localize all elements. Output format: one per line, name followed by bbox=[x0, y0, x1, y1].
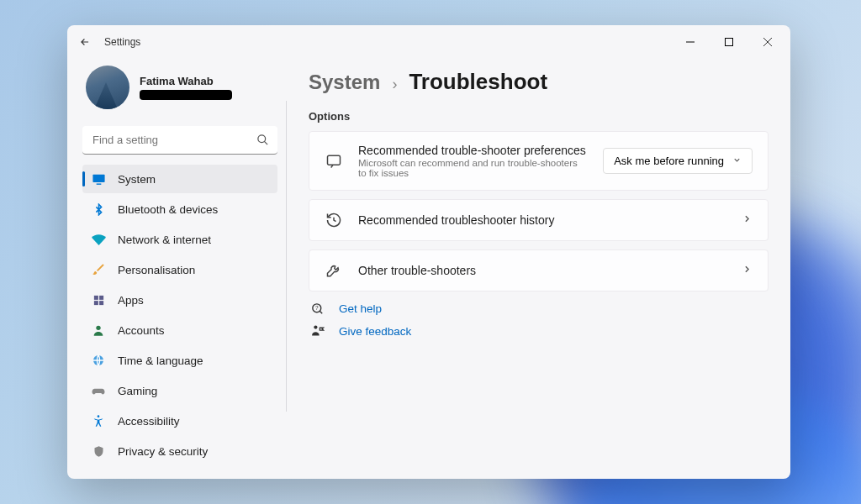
profile-block[interactable]: Fatima Wahab bbox=[82, 59, 277, 123]
svg-point-12 bbox=[96, 326, 100, 330]
nav-label: Accounts bbox=[118, 324, 165, 337]
close-button[interactable] bbox=[748, 29, 787, 55]
nav-item-privacy[interactable]: Privacy & security bbox=[82, 437, 277, 465]
shield-icon bbox=[91, 444, 106, 459]
svg-point-19 bbox=[314, 325, 317, 328]
window-title: Settings bbox=[104, 36, 140, 48]
svg-line-17 bbox=[320, 311, 322, 313]
nav-label: Gaming bbox=[118, 385, 157, 397]
apps-icon bbox=[91, 292, 106, 307]
chevron-right-icon: › bbox=[392, 76, 397, 93]
accessibility-icon bbox=[91, 413, 106, 428]
link-label: Get help bbox=[339, 302, 382, 315]
breadcrumb-parent[interactable]: System bbox=[309, 71, 380, 94]
nav-item-accessibility[interactable]: Accessibility bbox=[82, 407, 277, 435]
svg-rect-9 bbox=[99, 295, 103, 299]
wrench-icon bbox=[325, 262, 343, 279]
svg-text:?: ? bbox=[315, 305, 319, 311]
nav-item-network[interactable]: Network & internet bbox=[82, 225, 277, 254]
main-content: System › Troubleshoot Options Recommende… bbox=[287, 59, 790, 479]
link-give-feedback[interactable]: Give feedback bbox=[310, 324, 769, 339]
nav-label: Accessibility bbox=[118, 415, 180, 428]
bluetooth-icon bbox=[91, 202, 106, 217]
svg-point-4 bbox=[258, 135, 266, 143]
dropdown-value: Ask me before running bbox=[614, 155, 724, 167]
nav-label: Apps bbox=[118, 294, 144, 307]
svg-rect-7 bbox=[96, 183, 101, 184]
nav-label: Personalisation bbox=[118, 264, 195, 276]
nav-label: Privacy & security bbox=[118, 445, 208, 458]
card-troubleshooter-history[interactable]: Recommended troubleshooter history bbox=[309, 199, 769, 241]
history-icon bbox=[325, 212, 343, 228]
svg-point-14 bbox=[98, 415, 100, 417]
help-icon: ? bbox=[310, 302, 325, 316]
chat-icon bbox=[325, 153, 343, 170]
minimize-button[interactable] bbox=[671, 29, 710, 55]
back-button[interactable] bbox=[79, 36, 91, 48]
nav-item-time-language[interactable]: Time & language bbox=[82, 346, 277, 375]
svg-rect-10 bbox=[93, 301, 98, 305]
globe-icon bbox=[91, 353, 106, 368]
monitor-icon bbox=[91, 171, 106, 186]
maximize-button[interactable] bbox=[710, 29, 748, 55]
nav-item-bluetooth[interactable]: Bluetooth & devices bbox=[82, 195, 277, 223]
nav-label: Time & language bbox=[118, 354, 203, 367]
nav-item-apps[interactable]: Apps bbox=[82, 286, 277, 314]
person-icon bbox=[91, 323, 106, 338]
footer-links: ? Get help Give feedback bbox=[309, 302, 769, 339]
titlebar: Settings bbox=[67, 25, 790, 59]
nav-label: Bluetooth & devices bbox=[118, 203, 218, 216]
search-input[interactable] bbox=[82, 126, 277, 155]
card-title: Recommended troubleshooter history bbox=[358, 213, 726, 227]
profile-name: Fatima Wahab bbox=[140, 75, 232, 87]
settings-window: Settings Fatima Wahab bbox=[67, 25, 790, 479]
gamepad-icon bbox=[91, 383, 106, 398]
card-subtitle: Microsoft can recommend and run trouble-… bbox=[358, 158, 588, 178]
profile-email-redacted bbox=[140, 90, 232, 100]
search-icon bbox=[256, 134, 269, 150]
card-title: Other trouble-shooters bbox=[358, 264, 726, 277]
nav-label: Network & internet bbox=[118, 234, 211, 246]
svg-rect-11 bbox=[99, 301, 103, 305]
svg-line-5 bbox=[264, 141, 267, 144]
nav-item-personalisation[interactable]: Personalisation bbox=[82, 255, 277, 284]
svg-rect-8 bbox=[93, 295, 98, 299]
svg-rect-15 bbox=[328, 155, 341, 165]
sidebar: Fatima Wahab System Bluetooth & devices bbox=[67, 59, 286, 479]
link-get-help[interactable]: ? Get help bbox=[310, 302, 769, 316]
page-title: Troubleshoot bbox=[409, 69, 547, 95]
chevron-right-icon bbox=[742, 213, 753, 228]
nav-label: System bbox=[118, 173, 156, 186]
search-box[interactable] bbox=[82, 126, 277, 155]
card-other-troubleshooters[interactable]: Other trouble-shooters bbox=[309, 249, 769, 291]
window-controls bbox=[671, 29, 787, 55]
feedback-icon bbox=[310, 324, 325, 339]
preferences-dropdown[interactable]: Ask me before running bbox=[603, 148, 753, 174]
breadcrumb: System › Troubleshoot bbox=[309, 69, 769, 95]
nav-item-gaming[interactable]: Gaming bbox=[82, 376, 277, 405]
section-label-options: Options bbox=[309, 110, 769, 123]
chevron-right-icon bbox=[742, 263, 753, 278]
link-label: Give feedback bbox=[339, 325, 411, 338]
nav-item-system[interactable]: System bbox=[82, 165, 277, 193]
avatar bbox=[86, 66, 129, 109]
svg-rect-6 bbox=[92, 174, 104, 181]
card-title: Recommended trouble-shooter preferences bbox=[358, 144, 588, 157]
brush-icon bbox=[91, 262, 106, 277]
nav-list: System Bluetooth & devices Network & int… bbox=[82, 165, 277, 465]
wifi-icon bbox=[91, 232, 106, 247]
card-troubleshooter-preferences[interactable]: Recommended trouble-shooter preferences … bbox=[309, 131, 769, 191]
svg-rect-1 bbox=[726, 39, 733, 46]
chevron-down-icon bbox=[732, 155, 742, 167]
nav-item-accounts[interactable]: Accounts bbox=[82, 316, 277, 344]
